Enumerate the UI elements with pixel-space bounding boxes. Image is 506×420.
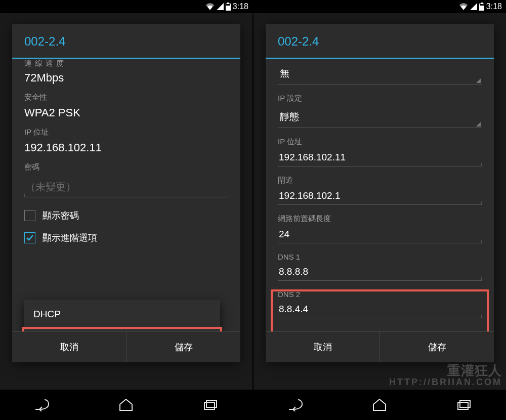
dialog-body: 無 IP 設定 靜態 IP 位址 192.168.102.11 閘道 192.1… xyxy=(266,59,494,331)
nav-bar xyxy=(0,390,252,420)
ip-address-label: IP 位址 xyxy=(24,128,228,137)
dialog-buttons: 取消 儲存 xyxy=(12,331,240,362)
dialog-title: 002-2.4 xyxy=(266,24,494,59)
dns2-label: DNS 2 xyxy=(266,286,494,300)
svg-rect-7 xyxy=(480,4,484,6)
nav-bar xyxy=(254,390,506,420)
signal-icon xyxy=(217,3,224,10)
dns1-input[interactable]: 8.8.8.8 xyxy=(278,263,482,281)
status-time: 3:18 xyxy=(486,2,502,11)
prefix-label: 網路前置碼長度 xyxy=(266,210,494,225)
wifi-dialog: 002-2.4 連線速度 72Mbps 安全性 WPA2 PSK IP 位址 1… xyxy=(12,24,240,362)
dialog-title: 002-2.4 xyxy=(12,24,240,59)
show-advanced-checkbox[interactable] xyxy=(24,232,35,243)
status-bar: 3:18 xyxy=(254,0,506,13)
dialog-buttons: 取消 儲存 xyxy=(266,331,494,362)
security-value: WPA2 PSK xyxy=(24,106,228,119)
ip-settings-value: 靜態 xyxy=(280,111,299,122)
password-input[interactable]: （未變更） xyxy=(24,177,228,197)
ip-settings-spinner[interactable]: 靜態 xyxy=(278,106,482,128)
prefix-input[interactable]: 24 xyxy=(278,226,482,243)
home-icon[interactable] xyxy=(118,397,134,413)
svg-rect-1 xyxy=(227,3,229,4)
ip-address-input[interactable]: 192.168.102.11 xyxy=(278,149,482,166)
ip-settings-dropdown: DHCP 靜態 xyxy=(24,300,220,331)
show-password-checkbox[interactable] xyxy=(24,210,35,221)
status-time: 3:18 xyxy=(233,2,248,11)
back-icon[interactable] xyxy=(287,397,304,413)
show-password-label: 顯示密碼 xyxy=(43,209,79,222)
dns2-value: 8.8.4.4 xyxy=(279,304,308,314)
dropdown-item-dhcp[interactable]: DHCP xyxy=(24,300,220,329)
battery-icon xyxy=(479,3,484,11)
dialog-body: 連線速度 72Mbps 安全性 WPA2 PSK IP 位址 192.168.1… xyxy=(12,59,240,331)
svg-rect-2 xyxy=(226,4,230,6)
wifi-dialog: 002-2.4 無 IP 設定 靜態 IP 位址 192.168.102.11 … xyxy=(266,24,494,362)
watermark: 重灌狂人 HTTP://BRIIAN.COM xyxy=(389,363,502,388)
proxy-value: 無 xyxy=(280,68,289,78)
back-icon[interactable] xyxy=(34,397,50,413)
watermark-line2: HTTP://BRIIAN.COM xyxy=(389,377,502,388)
gateway-input[interactable]: 192.168.102.1 xyxy=(278,187,482,205)
ip-address-label: IP 位址 xyxy=(266,133,494,148)
prefix-value: 24 xyxy=(279,229,289,239)
wifi-icon xyxy=(205,3,215,10)
gateway-label: 閘道 xyxy=(266,172,494,186)
dns1-value: 8.8.8.8 xyxy=(279,266,308,277)
home-icon[interactable] xyxy=(371,397,388,413)
cancel-button[interactable]: 取消 xyxy=(266,332,380,362)
svg-rect-6 xyxy=(481,3,483,4)
ip-address-value: 192.168.102.11 xyxy=(279,152,346,162)
password-placeholder: （未變更） xyxy=(25,181,76,192)
show-advanced-label: 顯示進階選項 xyxy=(43,232,97,244)
proxy-spinner[interactable]: 無 xyxy=(278,63,482,85)
dns1-label: DNS 1 xyxy=(266,248,494,262)
ip-address-value: 192.168.102.11 xyxy=(24,141,228,154)
save-button[interactable]: 儲存 xyxy=(380,332,494,362)
link-speed-label: 連線速度 xyxy=(12,59,240,68)
recent-icon[interactable] xyxy=(456,397,472,413)
show-advanced-row[interactable]: 顯示進階選項 xyxy=(12,227,240,249)
link-speed-value: 72Mbps xyxy=(24,71,228,85)
dns2-input[interactable]: 8.8.4.4 xyxy=(278,301,482,318)
show-password-row[interactable]: 顯示密碼 xyxy=(12,204,240,227)
security-label: 安全性 xyxy=(24,93,228,102)
watermark-line1: 重灌狂人 xyxy=(389,363,502,378)
recent-icon[interactable] xyxy=(202,397,219,413)
gateway-value: 192.168.102.1 xyxy=(279,190,341,201)
wifi-icon xyxy=(459,3,468,10)
signal-icon xyxy=(470,3,477,10)
battery-icon xyxy=(226,3,231,11)
phone-right: 3:18 002-2.4 無 IP 設定 靜態 IP 位址 192.168.10… xyxy=(254,0,506,420)
save-button[interactable]: 儲存 xyxy=(126,332,240,362)
cancel-button[interactable]: 取消 xyxy=(12,332,126,362)
status-bar: 3:18 xyxy=(0,0,252,13)
password-label: 密碼 xyxy=(24,162,228,172)
phone-left: 3:18 002-2.4 連線速度 72Mbps 安全性 WPA2 PSK IP… xyxy=(0,0,252,420)
ip-settings-label: IP 設定 xyxy=(266,90,494,104)
dropdown-item-static[interactable]: 靜態 xyxy=(24,329,220,331)
